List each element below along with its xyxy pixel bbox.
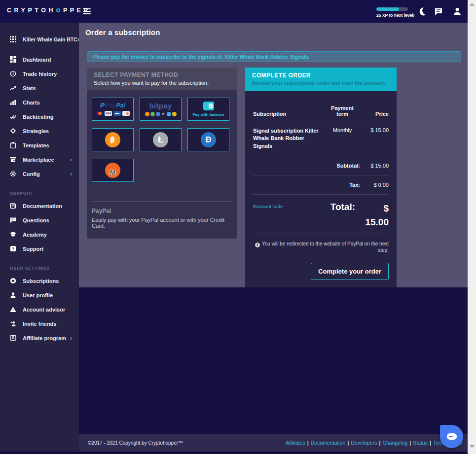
footer-link-developers[interactable]: Developers [351,440,377,446]
xp-progress: 25 XP to next level! [376,7,410,18]
top-navbar: CRYPTOHPPER 25 XP to next level! [0,0,468,23]
documentation-icon [10,203,17,210]
sidebar-item-backtesting[interactable]: Backtesting [0,109,79,124]
sidebar-item-label: Account advisor [23,307,72,313]
sidebar-item-invite-friends[interactable]: Invite friends [0,316,79,331]
col-payment-term: Payment term [325,105,360,117]
payment-tiles: PPayPal VISA bitpay ✕ Pay with balance [92,98,232,189]
hopper-name: Killer Whale Gain BTC [23,36,77,42]
sidebar-section-header: SUPPORT [0,181,79,199]
bitpay-coin-icons: ✕ [145,112,177,116]
payment-tile-bitpay[interactable]: bitpay ✕ [140,98,182,121]
sidebar-item-templates[interactable]: Templates [0,138,79,152]
sidebar-item-label: Questions [23,217,72,223]
total-label: Total: [283,202,360,229]
bitcoin-icon: ฿ [105,132,120,147]
bitpay-logo: bitpay [149,103,172,109]
grid-icon [10,36,17,43]
footer-link-documentation[interactable]: Documentation [311,440,346,446]
payment-tile-balance[interactable]: Pay with balance [187,98,229,121]
sidebar-item-account-advisor[interactable]: Account advisor [0,302,79,316]
chat-bubble-icon [447,433,457,440]
messages-icon[interactable] [434,6,443,16]
payment-panel-divider [92,201,232,202]
charts-icon [10,99,17,106]
order-item-row: Signal subscription Killer Whale Bank Ro… [253,121,389,156]
col-subscription: Subscription [253,111,325,117]
payment-tile-paypal[interactable]: PPayPal VISA [92,98,134,121]
footer: ©2017 - 2021 Copyright by Cryptohopper™ … [79,434,468,452]
invoice-notice: Please pay the invoice to subscribe to t… [87,51,461,62]
redirect-note: iYou will be redirected to the website o… [253,241,389,253]
dark-mode-moon-icon[interactable] [417,6,427,16]
chevron-right-icon: › [70,170,72,177]
payment-tile-litecoin[interactable]: Ł [140,128,182,151]
xp-label: 25 XP to next level! [376,13,410,18]
bitpay-coin-icon [167,112,171,116]
hopper-selector[interactable]: Killer Whale Gain BTC › [0,23,79,43]
footer-link-status[interactable]: Status [413,440,428,446]
sidebar-item-academy[interactable]: Academy [0,227,79,242]
discount-code-link[interactable]: Discount code [253,202,283,229]
payment-tile-dash[interactable]: Ð [187,128,229,151]
sidebar-item-label: Dashboard [23,57,72,63]
subtotal-label: Subtotal: [336,163,360,169]
user-account-icon[interactable] [452,6,462,16]
sidebar-item-affiliate-program[interactable]: $Affiliate program› [0,331,79,345]
sidebar-item-documentation[interactable]: Documentation [0,199,79,213]
sidebar-item-label: Academy [23,232,72,238]
sidebar-item-charts[interactable]: Charts [0,95,79,109]
scrollbar-up-icon[interactable] [470,3,475,6]
menu-hamburger-icon[interactable] [83,8,91,14]
sidebar: Killer Whale Gain BTC › DashboardTrade h… [0,23,79,452]
sidebar-item-stats[interactable]: Stats [0,81,79,95]
chevron-right-icon: › [70,334,72,342]
info-icon: i [255,243,260,247]
page-scrollbar[interactable] [468,0,476,454]
questions-icon [10,217,17,224]
redirect-note-text: You will be redirected to the website of… [262,241,389,253]
footer-link-affiliates[interactable]: Affiliates [286,440,305,446]
sidebar-item-trade-history[interactable]: Trade history [0,67,79,81]
sidebar-item-support[interactable]: ?Support [0,242,79,256]
sidebar-item-label: Strategies [23,128,72,134]
cryptohopper-logo[interactable]: CRYPTOHPPER [7,7,91,14]
xp-progress-fill [376,7,399,11]
footer-link-separator: | [379,440,380,446]
payment-panel-header: SELECT PAYMENT METHOD Select how you wan… [87,68,237,90]
chevron-right-icon: › [77,35,79,43]
payment-tile-monero[interactable]: M [92,159,134,182]
sidebar-item-questions[interactable]: Questions [0,213,79,227]
scrollbar-down-icon[interactable] [470,445,475,448]
sidebar-item-label: Charts [23,100,72,105]
payment-panel-subtitle: Select how you want to pay for the subsc… [94,80,230,86]
sidebar-item-config[interactable]: Config› [0,167,79,181]
tax-label: Tax: [349,182,360,188]
sidebar-item-dashboard[interactable]: Dashboard [0,52,79,67]
sidebar-item-user-profile[interactable]: User profile [0,288,79,302]
total-row: Discount code Total: $ 15.00 [253,195,389,234]
sidebar-item-label: Invite friends [23,321,72,327]
sidebar-item-label: Affiliate program [23,335,70,341]
sidebar-item-subscriptions[interactable]: Subscriptions [0,274,79,288]
footer-link-changelog[interactable]: Changelog [382,440,407,446]
card-logos: VISA [95,111,131,116]
sidebar-item-strategies[interactable]: Strategies [0,124,79,138]
order-panel-title: COMPLETE ORDER [252,72,390,79]
page-title: Order a subscription [85,28,160,36]
payment-tile-bitcoin[interactable]: ฿ [92,128,134,151]
complete-order-button[interactable]: Complete your order [311,263,389,280]
sidebar-item-label: Documentation [23,203,72,209]
selected-method-title: PayPal [92,208,232,214]
stats-icon [10,85,17,92]
logo-ring-icon [56,8,60,12]
sidebar-item-label: Marketplace [23,157,70,163]
svg-text:$: $ [12,335,14,340]
subscriptions-icon [10,278,17,284]
xp-progress-track [376,7,408,11]
gear-icon [10,171,17,177]
balance-label: Pay with balance [192,112,224,117]
sidebar-item-marketplace[interactable]: Marketplace› [0,152,79,167]
visa-icon: VISA [105,111,112,116]
chat-widget-button[interactable] [440,425,463,448]
